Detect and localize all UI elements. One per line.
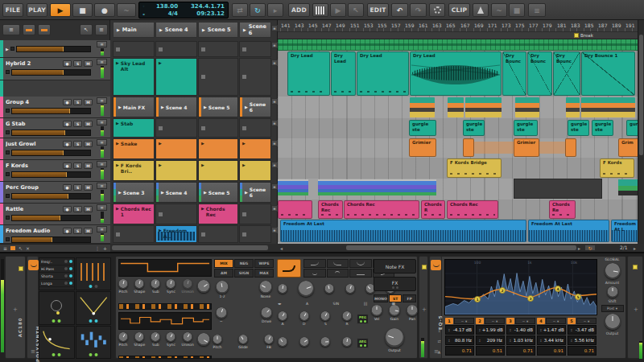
filter-shape-icon[interactable]: A [306,302,308,306]
drive-knob[interactable]: Drive [261,307,272,323]
arranger-clip[interactable]: Dry Bounc [502,51,526,96]
mod-toggle-dot[interactable] [52,319,56,323]
arranger-clip[interactable]: Freedom At Last [280,220,526,242]
envelope-knob[interactable]: D [299,311,309,326]
arranger-clip[interactable]: Grimier [514,138,539,157]
modulator-envelope[interactable] [76,291,112,324]
arranger-clip[interactable] [465,97,502,117]
polysynth-device-icon[interactable] [28,260,39,270]
modulator-dot-on-icon[interactable] [69,260,72,263]
eq-band-freq-value[interactable]: ↕80.8 Hz [445,335,474,345]
eq-output-knob[interactable] [605,314,621,330]
modulator-row[interactable]: Freq/.. [39,258,74,265]
track-device-strip[interactable]: AC180 + [5,256,26,359]
mod-toggle-dot[interactable] [52,353,56,356]
osc1-knob[interactable]: Unison [182,279,194,294]
envelope-knob[interactable]: R [342,311,352,326]
filter-res-knob[interactable] [324,284,334,294]
zoom-in-arrow[interactable]: ▸ [634,245,636,251]
osc1-knob[interactable]: Pitch [118,279,128,294]
modulator-steps[interactable] [76,326,112,359]
osc1-knob[interactable]: Shape [134,279,145,294]
arranger-clip[interactable]: Dry Lead [287,51,330,96]
global-pitch-knob[interactable]: Pitch [213,335,222,349]
arranger-clip[interactable] [448,97,464,117]
modulator-keytrack[interactable] [76,257,112,290]
modulator-row[interactable]: Hi Pass [39,265,74,273]
eq-band-node[interactable]: 3 [527,295,534,302]
arranger-clip[interactable]: F Kords [600,158,634,178]
arranger-clip[interactable]: Freedom At Last [528,220,609,242]
arranger-clip[interactable] [463,138,474,157]
filter-shape-icon[interactable]: ||| [364,302,368,306]
mod-toggle-dot[interactable] [89,353,92,356]
noise-knob[interactable]: Noise [259,281,272,298]
eq-band-type-button[interactable]: ~ ▾ [515,318,535,324]
mod-toggle-dot[interactable] [89,285,92,288]
fb-knob[interactable]: FB [264,335,274,349]
eq-band-freq-value[interactable]: ↕3.44 kHz [537,335,566,345]
chain-color-swatch[interactable] [633,265,638,269]
eq-frequency-display[interactable]: 100 1k 10k 1 2 3 4 5 [444,259,597,315]
mix-mode-button[interactable]: MIX [214,259,233,268]
arranger-clip[interactable] [278,200,312,219]
arranger-clip[interactable]: gurgle ste [463,120,485,136]
eq-band-number-button[interactable]: 3 [506,318,514,324]
eq5-device-icon[interactable] [431,260,441,270]
eq-band-q-value[interactable]: 0.91 [537,346,566,356]
osc2-level-knob[interactable] [197,333,210,346]
modulator-row[interactable]: Shorta [39,273,74,280]
arranger-clip[interactable] [514,179,602,199]
add-device-button[interactable]: + [13,306,18,313]
eq-band-q-value[interactable]: 0.71 [445,346,474,356]
device-color-swatch[interactable] [422,265,427,269]
mix-mode-button[interactable]: AM [214,269,233,278]
gain-knob[interactable]: Gain [389,305,400,321]
osc2-knob[interactable]: Sync [166,332,175,347]
eq-band-gain-value[interactable]: ↕-1.40 dB [506,325,535,335]
osc2-knob[interactable]: Pitch [118,332,128,347]
eq-band-node[interactable]: 5 [575,294,581,300]
filter-type-button[interactable] [349,259,372,268]
vertical-scroll-handle[interactable] [639,35,643,155]
pitch-eg-toggle[interactable]: PEG [357,314,369,324]
eq-band-type-button[interactable]: ~ ▾ [485,318,505,324]
eq-band-type-button[interactable]: ~ ▾ [454,318,474,324]
arranger-clip[interactable]: gurgle [626,120,638,136]
filter-cutoff-knob[interactable] [298,281,314,297]
arranger-clip[interactable]: Dry Bounce 1 [581,51,635,96]
note-fx-slot[interactable]: Note FX [374,259,416,274]
osc1-knob[interactable]: Sub [151,279,160,294]
filter-type-button[interactable] [327,259,349,268]
horizontal-scroll-handle[interactable] [346,245,576,250]
arranger-clip[interactable] [410,97,435,117]
voice-mode-button[interactable]: MONO [374,294,388,302]
eq-band-freq-value[interactable]: ↕1.03 kHz [506,335,535,345]
shaper-amount-knob[interactable] [345,284,355,294]
filter-shape-icon[interactable]: SIN [333,302,340,306]
eq-band-node[interactable]: 4 [555,286,561,292]
eq-band-q-value[interactable]: 0.51 [476,346,505,356]
arranger-clip[interactable] [318,179,436,195]
voice-mode-button[interactable]: ST [389,294,402,302]
modulator-gravity[interactable] [39,291,75,324]
envelope-knob[interactable]: S [320,311,330,326]
track-color-swatch[interactable] [19,266,23,271]
modulator-decay-curve[interactable] [39,326,75,359]
eq-band-gain-value[interactable]: ↕-4.17 dB [445,325,474,335]
filter-type-button[interactable] [327,269,349,278]
arranger-clip[interactable]: F Kords Bridge [447,158,502,178]
eq-band-number-button[interactable]: 1 [445,318,453,324]
arranger-clip[interactable]: Grimier [409,138,436,157]
amp-decay-knob[interactable] [299,337,309,347]
osc1-level-knob[interactable] [197,280,210,293]
eq-band-number-button[interactable]: 4 [537,318,545,324]
arranger-clip[interactable] [278,179,308,195]
mod-toggle-dot[interactable] [94,285,97,288]
velocity-knob[interactable]: Vel [371,305,382,321]
mod-toggle-dot[interactable] [94,319,97,323]
osc1-knob[interactable]: Sync [166,279,175,294]
eq-band-freq-value[interactable]: ↕209 Hz [476,335,505,345]
arranger-clip[interactable]: gurgle ste [592,120,613,136]
arranger-clip[interactable]: Freedom At L [611,220,638,242]
